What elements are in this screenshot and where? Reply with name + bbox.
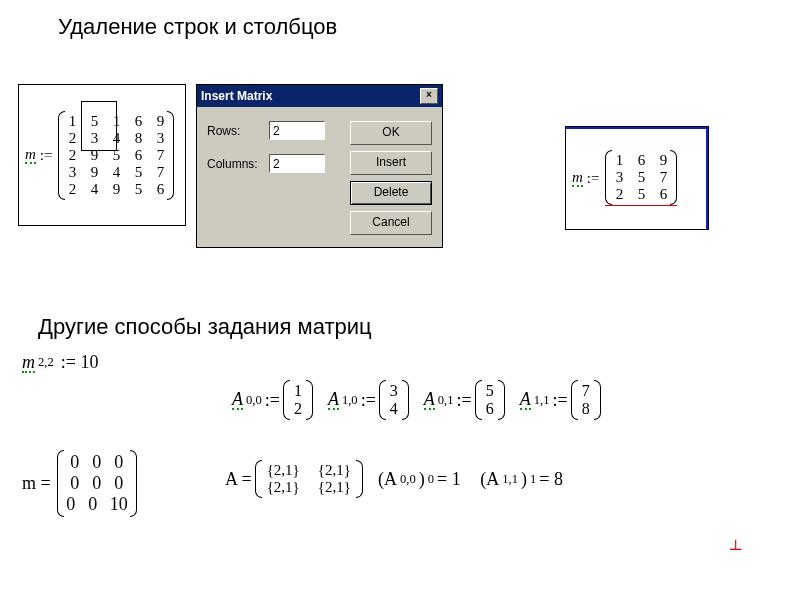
var-m-right: m [572,170,583,187]
columns-input[interactable] [269,154,325,173]
rows-input[interactable] [269,121,325,140]
matrix-m-3x3: m := 169 357 256 [565,126,709,230]
matrix-m-5x5: m := 15169 23483 29567 39457 24956 [18,84,186,226]
var-m: m [25,147,36,164]
heading-other: Другие способы задания матриц [38,314,372,340]
assign-op-right: := [587,170,600,187]
cancel-button[interactable]: Cancel [350,211,432,235]
delete-button[interactable]: Delete [350,181,432,205]
dialog-title: Insert Matrix [201,89,272,103]
A-col-defs: A0,0:= 12 A1,0:= 34 A0,1:= 56 A1,1:= 78 [232,380,601,420]
close-icon[interactable]: × [420,88,438,104]
m-result: m = 000 000 0010 [22,450,137,517]
assign-m22: m2,2 := 10 [22,352,98,373]
dialog-titlebar[interactable]: Insert Matrix × [197,85,442,107]
columns-label: Columns: [207,157,263,171]
rows-label: Rows: [207,124,263,138]
assign-op: := [40,147,53,164]
cursor-icon: ┴ [730,540,741,558]
insert-matrix-dialog: Insert Matrix × Rows: Columns: OK Insert… [196,84,443,248]
ok-button[interactable]: OK [350,121,432,145]
insert-button[interactable]: Insert [350,151,432,175]
heading-delete: Удаление строк и столбцов [58,14,337,40]
A-nested: A = {2,1}{2,1} {2,1}{2,1} (A0,0)0 = 1 (A… [225,460,563,498]
